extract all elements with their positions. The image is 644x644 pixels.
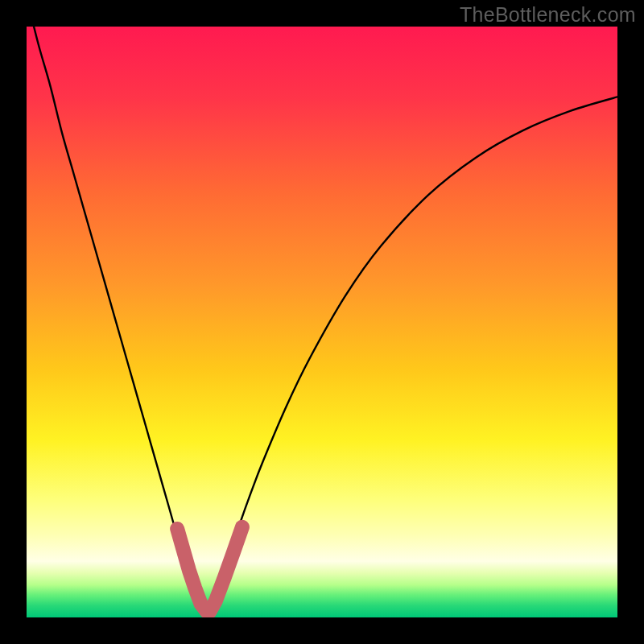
watermark-text: TheBottleneck.com — [460, 3, 636, 27]
chart-svg — [27, 27, 617, 617]
plot-area — [27, 27, 617, 617]
chart-frame: TheBottleneck.com — [0, 0, 644, 644]
